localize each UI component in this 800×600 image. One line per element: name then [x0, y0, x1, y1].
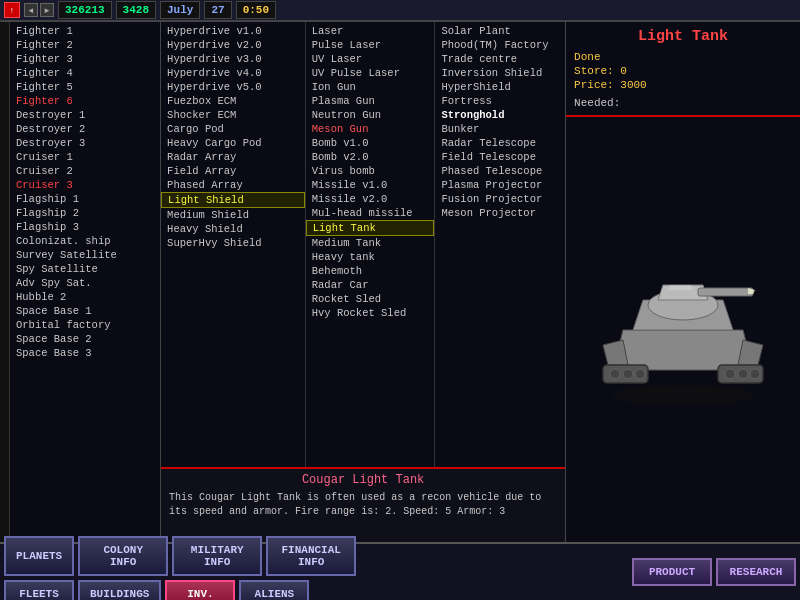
- ship-list-item[interactable]: Destroyer 1: [10, 108, 160, 122]
- item-col2[interactable]: Bomb v2.0: [306, 150, 435, 164]
- item-col3[interactable]: HyperShield: [435, 80, 565, 94]
- ship-list-item[interactable]: Space Base 1: [10, 304, 160, 318]
- ship-list-item[interactable]: Cruiser 1: [10, 150, 160, 164]
- bottom-row1: PLANETS COLONY INFO MILITARY INFO FINANC…: [4, 536, 356, 576]
- ship-list-item[interactable]: Space Base 3: [10, 346, 160, 360]
- ship-list-item[interactable]: Fighter 3: [10, 52, 160, 66]
- weapon-item[interactable]: Light Shield: [161, 192, 305, 208]
- prev-arrow[interactable]: ◄: [24, 3, 38, 17]
- item-col2[interactable]: Hvy Rocket Sled: [306, 306, 435, 320]
- buildings-button[interactable]: BUILDINGS: [78, 580, 161, 600]
- item-col3[interactable]: Inversion Shield: [435, 66, 565, 80]
- store-label: Store:: [574, 65, 614, 77]
- ship-list-item[interactable]: Fighter 2: [10, 38, 160, 52]
- ship-list-item[interactable]: Flagship 3: [10, 220, 160, 234]
- ship-list-item[interactable]: Spy Satellite: [10, 262, 160, 276]
- item-col3[interactable]: Meson Projector: [435, 206, 565, 220]
- weapon-item[interactable]: Hyperdrive v4.0: [161, 66, 305, 80]
- weapon-item[interactable]: Heavy Cargo Pod: [161, 136, 305, 150]
- ship-list-item[interactable]: Destroyer 3: [10, 136, 160, 150]
- financial-info-button[interactable]: FINANCIAL INFO: [266, 536, 356, 576]
- item-col3[interactable]: Field Telescope: [435, 150, 565, 164]
- next-arrow[interactable]: ►: [40, 3, 54, 17]
- nav-arrows[interactable]: ◄ ►: [24, 3, 54, 17]
- item-col2[interactable]: Heavy tank: [306, 250, 435, 264]
- svg-point-13: [725, 369, 735, 379]
- ship-list-item[interactable]: Fighter 1: [10, 24, 160, 38]
- ship-list-item[interactable]: Survey Satellite: [10, 248, 160, 262]
- weapon-item[interactable]: Field Array: [161, 164, 305, 178]
- item-col2[interactable]: Meson Gun: [306, 122, 435, 136]
- weapon-item[interactable]: Phased Array: [161, 178, 305, 192]
- ship-list-item[interactable]: Cruiser 2: [10, 164, 160, 178]
- ship-list-item[interactable]: Hubble 2: [10, 290, 160, 304]
- item-col3[interactable]: Fortress: [435, 94, 565, 108]
- ship-list-item[interactable]: Fighter 5: [10, 80, 160, 94]
- weapon-item[interactable]: Cargo Pod: [161, 122, 305, 136]
- svg-rect-5: [698, 288, 753, 296]
- item-col2[interactable]: Bomb v1.0: [306, 136, 435, 150]
- ship-list-item[interactable]: Space Base 2: [10, 332, 160, 346]
- item-col2[interactable]: UV Laser: [306, 52, 435, 66]
- item-col3[interactable]: Phased Telescope: [435, 164, 565, 178]
- info-text: This Cougar Light Tank is often used as …: [169, 491, 557, 519]
- item-col2[interactable]: UV Pulse Laser: [306, 66, 435, 80]
- item-col2[interactable]: Virus bomb: [306, 164, 435, 178]
- item-col3[interactable]: Plasma Projector: [435, 178, 565, 192]
- ship-list-item[interactable]: Flagship 2: [10, 206, 160, 220]
- weapon-item[interactable]: Heavy Shield: [161, 222, 305, 236]
- equipment-column: Hyperdrive v1.0Hyperdrive v2.0Hyperdrive…: [161, 22, 306, 467]
- research-button[interactable]: RESEARCH: [716, 558, 796, 586]
- done-stat: Done: [574, 51, 792, 63]
- item-col2[interactable]: Missile v1.0: [306, 178, 435, 192]
- product-button[interactable]: PRODUCT: [632, 558, 712, 586]
- weapon-item[interactable]: Hyperdrive v3.0: [161, 52, 305, 66]
- ship-list-item[interactable]: Flagship 1: [10, 192, 160, 206]
- item-col2[interactable]: Radar Car: [306, 278, 435, 292]
- item-col3[interactable]: Fusion Projector: [435, 192, 565, 206]
- ship-list-item[interactable]: Orbital factory: [10, 318, 160, 332]
- item-col3[interactable]: Trade centre: [435, 52, 565, 66]
- item-col2[interactable]: Plasma Gun: [306, 94, 435, 108]
- ship-list-item[interactable]: Adv Spy Sat.: [10, 276, 160, 290]
- ship-list-item[interactable]: Colonizat. ship: [10, 234, 160, 248]
- weapon-item[interactable]: Hyperdrive v2.0: [161, 38, 305, 52]
- ship-list-item[interactable]: Destroyer 2: [10, 122, 160, 136]
- item-col2[interactable]: Rocket Sled: [306, 292, 435, 306]
- colony-info-button[interactable]: COLONY INFO: [78, 536, 168, 576]
- weapon-item[interactable]: SuperHvy Shield: [161, 236, 305, 250]
- weapon-item[interactable]: Fuezbox ECM: [161, 94, 305, 108]
- item-col2[interactable]: Mul-head missile: [306, 206, 435, 220]
- inv-button[interactable]: INV.: [165, 580, 235, 600]
- weapon-item[interactable]: Radar Array: [161, 150, 305, 164]
- item-col2[interactable]: Neutron Gun: [306, 108, 435, 122]
- item-col2[interactable]: Light Tank: [306, 220, 435, 236]
- info-title: Cougar Light Tank: [169, 473, 557, 487]
- ship-list-item[interactable]: Fighter 6: [10, 94, 160, 108]
- item-col2[interactable]: Missile v2.0: [306, 192, 435, 206]
- item-col3[interactable]: Stronghold: [435, 108, 565, 122]
- item-col3[interactable]: Solar Plant: [435, 24, 565, 38]
- item-col3[interactable]: Radar Telescope: [435, 136, 565, 150]
- item-col2[interactable]: Laser: [306, 24, 435, 38]
- planets-button[interactable]: PLANETS: [4, 536, 74, 576]
- done-label: Done: [574, 51, 600, 63]
- aliens-button[interactable]: ALIENS: [239, 580, 309, 600]
- item-col2[interactable]: Pulse Laser: [306, 38, 435, 52]
- weapon-item[interactable]: Hyperdrive v1.0: [161, 24, 305, 38]
- item-col3[interactable]: Phood(TM) Factory: [435, 38, 565, 52]
- item-col2[interactable]: Ion Gun: [306, 80, 435, 94]
- item-col3[interactable]: Bunker: [435, 122, 565, 136]
- weapon-item[interactable]: Medium Shield: [161, 208, 305, 222]
- ship-list-item[interactable]: Cruiser 3: [10, 178, 160, 192]
- weapon-item[interactable]: Shocker ECM: [161, 108, 305, 122]
- item-col2[interactable]: Behemoth: [306, 264, 435, 278]
- fleets-button[interactable]: FLEETS: [4, 580, 74, 600]
- ship-list-item[interactable]: Fighter 4: [10, 66, 160, 80]
- military-info-button[interactable]: MILITARY INFO: [172, 536, 262, 576]
- time-display: 0:50: [236, 1, 276, 19]
- price-stat: Price: 3000: [574, 79, 792, 91]
- item-col2[interactable]: Medium Tank: [306, 236, 435, 250]
- weapon-item[interactable]: Hyperdrive v5.0: [161, 80, 305, 94]
- svg-point-12: [635, 369, 645, 379]
